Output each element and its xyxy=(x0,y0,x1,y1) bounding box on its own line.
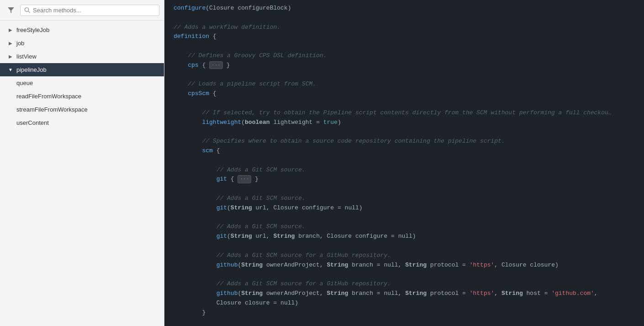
sidebar-item-label: userContent xyxy=(16,119,49,126)
sidebar-item-listView[interactable]: ▶listView xyxy=(0,50,164,63)
chevron-icon: ▶ xyxy=(7,27,14,33)
sidebar-item-label: freeStyleJob xyxy=(16,27,49,33)
search-input-wrap xyxy=(20,5,159,16)
svg-line-2 xyxy=(28,11,30,12)
sidebar-item-freeStyleJob[interactable]: ▶freeStyleJob xyxy=(0,23,164,37)
sidebar-item-label: queue xyxy=(16,80,33,86)
sidebar-item-pipelineJob[interactable]: ▼pipelineJob xyxy=(0,63,164,76)
sidebar-item-readFileFromWorkspace[interactable]: readFileFromWorkspace xyxy=(0,90,164,103)
sidebar-item-label: readFileFromWorkspace xyxy=(16,93,81,100)
sidebar-item-label: streamFileFromWorkspace xyxy=(16,106,88,113)
sidebar-item-job[interactable]: ▶job xyxy=(0,37,164,50)
svg-marker-0 xyxy=(8,7,14,13)
chevron-icon: ▶ xyxy=(7,53,14,60)
nav-list: ▶freeStyleJob▶job▶listView▼pipelineJobqu… xyxy=(0,21,164,326)
sidebar-item-userContent[interactable]: userContent xyxy=(0,116,164,129)
chevron-icon: ▼ xyxy=(7,67,14,73)
filter-icon[interactable] xyxy=(5,4,17,16)
sidebar-item-streamFileFromWorkspace[interactable]: streamFileFromWorkspace xyxy=(0,103,164,116)
sidebar-item-queue[interactable]: queue xyxy=(0,76,164,90)
main-content: configure(Closure configureBlock) // Add… xyxy=(164,0,644,326)
sidebar: ▶freeStyleJob▶job▶listView▼pipelineJobqu… xyxy=(0,0,164,326)
search-bar xyxy=(0,0,164,21)
search-icon xyxy=(24,7,30,13)
chevron-icon: ▶ xyxy=(7,40,14,47)
sidebar-item-label: job xyxy=(16,40,24,47)
search-input[interactable] xyxy=(33,7,155,14)
sidebar-item-label: pipelineJob xyxy=(16,66,47,73)
sidebar-item-label: listView xyxy=(16,53,37,60)
code-area: configure(Closure configureBlock) // Add… xyxy=(164,0,644,326)
